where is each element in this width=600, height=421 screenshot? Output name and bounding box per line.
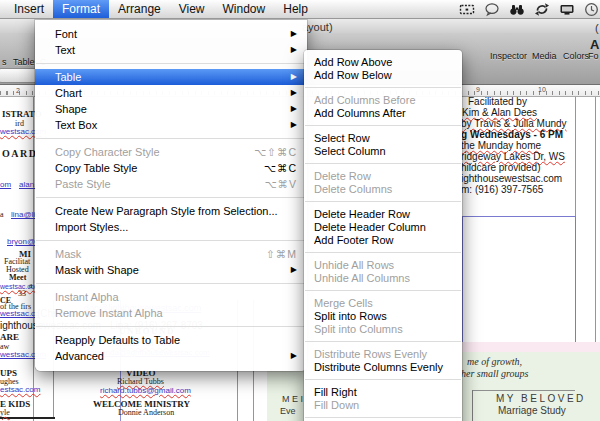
menu-item-label: Select Column: [314, 145, 454, 157]
doc-text: a: [0, 211, 4, 219]
menu-item-label: Delete Header Column: [314, 221, 454, 233]
display-icon[interactable]: [559, 2, 575, 17]
toolbar-label-media: Media: [532, 52, 557, 61]
submenu-arrow-icon: ▶: [287, 348, 297, 364]
table-submenu-item-select-column[interactable]: Select Column: [304, 144, 462, 157]
format-menu-item-import-styles[interactable]: Import Styles...: [35, 219, 307, 235]
format-menu-item-paste-style[interactable]: Paste Style⌥⌘V: [35, 176, 307, 192]
ruler-number: 2: [16, 87, 20, 94]
menu-item-label: Add Columns After: [314, 107, 454, 119]
doc-text: Eve: [280, 407, 296, 416]
doc-text: me of growth,: [467, 357, 522, 368]
menubar-status-icons: [459, 1, 599, 18]
table-submenu-item-add-footer-row[interactable]: Add Footer Row: [304, 233, 462, 246]
menu-item-label: Fill Down: [314, 399, 454, 411]
doc-text: her small groups: [461, 369, 528, 380]
doc-text: a: [29, 282, 33, 290]
table-submenu-item-add-row-above[interactable]: Add Row Above: [304, 55, 462, 68]
binoculars-icon[interactable]: [509, 2, 525, 17]
menu-item-label: Mask: [55, 248, 258, 260]
format-menu-item-reapply-defaults-to-table[interactable]: Reapply Defaults to Table: [35, 332, 307, 348]
table-submenu-item-delete-header-column[interactable]: Delete Header Column: [304, 220, 462, 233]
format-menu-item-instant-alpha[interactable]: Instant Alpha: [35, 289, 307, 305]
format-menu-separator: [36, 283, 306, 284]
menu-item-label: Add Columns Before: [314, 94, 454, 106]
table-submenu-separator: [305, 163, 461, 164]
toolbar-label-colors: Colors: [563, 52, 589, 61]
table-submenu-item-fill-down[interactable]: Fill Down: [304, 398, 462, 411]
clock-icon[interactable]: [584, 2, 599, 17]
menubar-item-help[interactable]: Help: [274, 0, 317, 18]
format-menu-item-shape[interactable]: Shape▶: [35, 101, 307, 117]
format-menu-separator: [36, 240, 306, 241]
doc-text: Donnie Anderson: [118, 409, 174, 417]
menu-item-label: Delete Row: [314, 170, 454, 182]
table-submenu-item-fill-right[interactable]: Fill Right: [304, 385, 462, 398]
doc-text: Meet: [9, 274, 26, 282]
doc-text: OARD: [2, 149, 37, 160]
table-submenu-item-distribute-rows-evenly[interactable]: Distribute Rows Evenly: [304, 347, 462, 360]
pink-band: [462, 342, 600, 352]
format-menu-item-text[interactable]: Text▶: [35, 42, 307, 58]
doc-text: g Wednesdays - 6 PM: [461, 130, 563, 141]
format-menu-item-mask-with-shape[interactable]: Mask with Shape▶: [35, 262, 307, 278]
sync-icon[interactable]: [534, 2, 550, 17]
menu-item-label: Copy Character Style: [55, 146, 246, 158]
keyboard-viewer-icon[interactable]: [459, 2, 475, 17]
doc-text: bryon@li: [7, 238, 39, 246]
table-submenu-item-select-row[interactable]: Select Row: [304, 131, 462, 144]
format-menu-item-font[interactable]: Font▶: [35, 26, 307, 42]
doc-text: Marriage Study: [498, 406, 566, 417]
table-gridline: [33, 97, 34, 421]
window-title-fragment: (: [595, 23, 599, 35]
doc-text: Kim & Alan Dees: [462, 108, 537, 119]
format-menu-separator: [36, 138, 306, 139]
menu-item-label: Delete Columns: [314, 183, 454, 195]
format-menu-item-remove-instant-alpha[interactable]: Remove Instant Alpha: [35, 305, 307, 321]
format-menu-item-advanced[interactable]: Advanced▶: [35, 348, 307, 364]
table-submenu-separator: [305, 379, 461, 380]
table-submenu-separator: [305, 341, 461, 342]
table-submenu-item-unhide-all-columns[interactable]: Unhide All Columns: [304, 271, 462, 284]
doc-text: by Travis & Julia Mundy: [461, 119, 567, 130]
menu-item-label: Add Footer Row: [314, 234, 454, 246]
doc-text: the Munday home: [461, 141, 541, 152]
table-submenu-item-merge-cells[interactable]: Merge Cells: [304, 296, 462, 309]
menu-item-label: Merge Cells: [314, 297, 454, 309]
table-submenu-item-delete-row[interactable]: Delete Row: [304, 169, 462, 182]
doc-text: ighthousewestsac.com: [461, 174, 562, 185]
menubar-item-format[interactable]: Format: [53, 0, 109, 18]
menu-item-label: Table: [55, 71, 287, 83]
menubar-item-arrange[interactable]: Arrange: [109, 0, 170, 18]
format-menu-item-chart[interactable]: Chart▶: [35, 85, 307, 101]
table-submenu-item-delete-columns[interactable]: Delete Columns: [304, 182, 462, 195]
menu-item-label: Remove Instant Alpha: [55, 307, 297, 319]
format-menu-item-table[interactable]: Table▶: [35, 69, 307, 85]
doc-text: alan.: [19, 181, 36, 189]
format-menu-item-text-box[interactable]: Text Box▶: [35, 117, 307, 133]
format-menu-item-copy-character-style[interactable]: Copy Character Style⌥⇧⌘C: [35, 144, 307, 160]
table-submenu-item-add-columns-after[interactable]: Add Columns After: [304, 106, 462, 119]
format-menu-item-copy-table-style[interactable]: Copy Table Style⌥⌘C: [35, 160, 307, 176]
format-menu-item-mask[interactable]: Mask⇧⌘M: [35, 246, 307, 262]
menu-item-label: Select Row: [314, 132, 454, 144]
menu-item-label: Font: [55, 28, 287, 40]
table-submenu-item-distribute-columns-evenly[interactable]: Distribute Columns Evenly: [304, 360, 462, 373]
table-submenu-item-split-into-rows[interactable]: Split into Rows: [304, 309, 462, 322]
toolbar-label-inspector: Inspector: [490, 52, 527, 61]
table-submenu-item-split-into-columns[interactable]: Split into Columns: [304, 322, 462, 335]
table-submenu-item-delete-header-row[interactable]: Delete Header Row: [304, 207, 462, 220]
menubar-item-insert[interactable]: Insert: [5, 0, 53, 18]
menu-item-label: Unhide All Rows: [314, 259, 454, 271]
format-menu-item-create-new-paragraph-style-from-selection[interactable]: Create New Paragraph Style from Selectio…: [35, 203, 307, 219]
menubar-item-view[interactable]: View: [170, 0, 214, 18]
table-submenu-item-add-row-below[interactable]: Add Row Below: [304, 68, 462, 81]
submenu-arrow-icon: ▶: [287, 101, 297, 117]
table-submenu-item-unhide-all-rows[interactable]: Unhide All Rows: [304, 258, 462, 271]
chat-bubble-icon[interactable]: [484, 2, 500, 17]
table-submenu-item-add-columns-before[interactable]: Add Columns Before: [304, 93, 462, 106]
menubar-item-window[interactable]: Window: [214, 0, 275, 18]
ruler-number: 9: [476, 86, 480, 93]
doc-text: westsac.co: [0, 310, 40, 318]
toolbar-label-partial: s: [2, 58, 7, 67]
